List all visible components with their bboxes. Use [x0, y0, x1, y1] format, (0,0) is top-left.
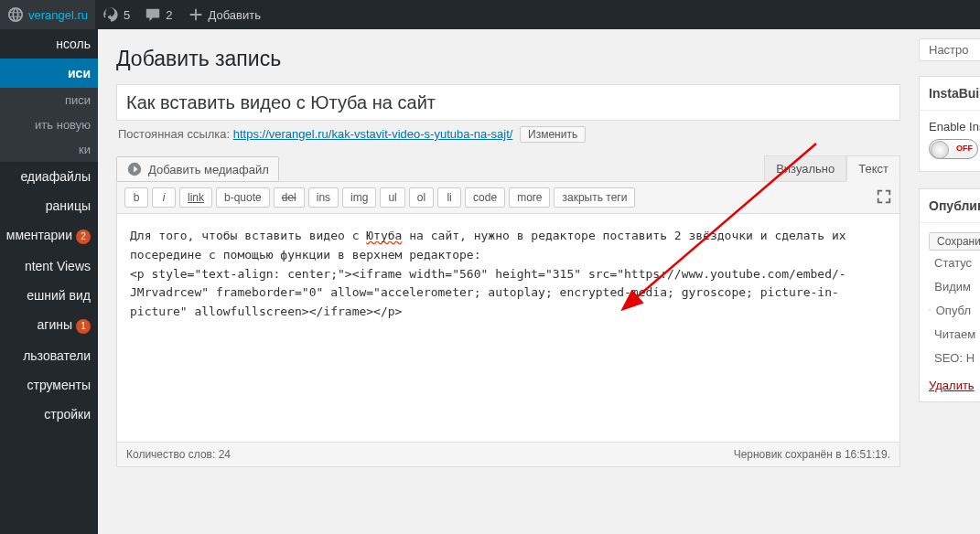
qt-code[interactable]: code	[465, 187, 505, 208]
comment-count: 2	[166, 8, 172, 22]
qt-ins[interactable]: ins	[308, 187, 339, 208]
admin-sidebar: нсольисиписиить новуюкиедиафайлыраницымм…	[0, 29, 98, 534]
word-count-value: 24	[219, 448, 231, 461]
qt-del[interactable]: del	[274, 187, 305, 208]
qt-ol[interactable]: ol	[409, 187, 434, 208]
qt-b[interactable]: b	[124, 187, 148, 208]
site-link[interactable]: verangel.ru	[0, 0, 95, 29]
status-row: Статус	[929, 251, 971, 274]
sidebar-item-add_new[interactable]: ить новую	[0, 112, 98, 137]
add-media-label: Добавить медиафайл	[148, 163, 269, 176]
instabuilder-title: InstaBuild	[920, 77, 980, 111]
site-name: verangel.ru	[28, 8, 88, 22]
sidebar-item-tools[interactable]: струменты	[0, 370, 98, 400]
editor-status-bar: Количество слов: 24 Черновик сохранён в …	[116, 443, 900, 467]
editor-textarea[interactable]: Для того, чтобы вставить видео с Ютуба н…	[116, 214, 900, 443]
instabuilder-enable-label: Enable Ins	[929, 120, 971, 134]
permalink-edit-button[interactable]: Изменить	[520, 126, 586, 143]
badge-count: 2	[76, 230, 91, 244]
sidebar-item-comments[interactable]: мментарии2	[0, 220, 98, 251]
sidebar-item-categories[interactable]: ки	[0, 137, 98, 162]
delete-post-link[interactable]: Удалить	[929, 379, 975, 392]
add-new-label: Добавить	[209, 8, 261, 22]
add-media-button[interactable]: Добавить медиафайл	[116, 156, 279, 182]
updates-link[interactable]: 5	[95, 0, 137, 29]
qt-li[interactable]: li	[437, 187, 461, 208]
comments-link[interactable]: 2	[137, 0, 179, 29]
fullscreen-icon[interactable]	[876, 188, 892, 208]
sidebar-item-pages[interactable]: раницы	[0, 191, 98, 220]
metabox-publish: Опублико Сохранит Статус Видим Опубл Ч	[919, 188, 980, 402]
tab-visual[interactable]: Визуально	[764, 155, 846, 182]
sidebar-item-appearance[interactable]: ешний вид	[0, 281, 98, 310]
qt-b-quote[interactable]: b-quote	[216, 187, 270, 208]
instabuilder-toggle[interactable]: OFF	[929, 139, 978, 159]
qt-img[interactable]: img	[342, 187, 376, 208]
permalink-row: Постоянная ссылка: https://verangel.ru/k…	[116, 124, 900, 155]
schedule-row: Опубл	[929, 298, 971, 322]
sidebar-item-content_views[interactable]: ntent Views	[0, 251, 98, 281]
permalink-url[interactable]: https://verangel.ru/kak-vstavit-video-s-…	[233, 127, 513, 141]
post-title-input[interactable]	[116, 84, 900, 121]
screen-options-button[interactable]: Настро	[919, 38, 980, 61]
publish-title: Опублико	[920, 189, 980, 223]
qt-i[interactable]: i	[152, 187, 176, 208]
metabox-instabuilder: InstaBuild Enable Ins OFF	[919, 76, 980, 172]
admin-toolbar: verangel.ru 5 2 Добавить	[0, 0, 980, 29]
updates-count: 5	[124, 8, 130, 22]
badge-count: 1	[76, 319, 91, 334]
sidebar-item-plugins[interactable]: агины1	[0, 310, 98, 341]
qt-закрыть-теги[interactable]: закрыть теги	[554, 187, 635, 208]
word-count-label: Количество слов:	[126, 448, 215, 461]
qt-link[interactable]: link	[179, 187, 212, 208]
visibility-row: Видим	[929, 274, 971, 298]
seo-row: SEO: Н	[929, 346, 971, 369]
sidebar-item-settings[interactable]: стройки	[0, 400, 98, 429]
sidebar-item-users[interactable]: льзователи	[0, 341, 98, 370]
qt-more[interactable]: more	[509, 187, 550, 208]
autosave-status: Черновик сохранён в 16:51:19.	[734, 448, 890, 461]
tab-text[interactable]: Текст	[846, 155, 900, 182]
quicktags-toolbar: bilinkb-quotedelinsimgulollicodemoreзакр…	[116, 181, 900, 214]
sidebar-item-posts[interactable]: иси	[0, 59, 98, 88]
qt-ul[interactable]: ul	[380, 187, 404, 208]
sidebar-item-console[interactable]: нсоль	[0, 29, 98, 59]
sidebar-right: Настро InstaBuild Enable Ins OFF Опублик…	[919, 29, 980, 534]
readability-row: Читаем	[929, 322, 971, 346]
save-draft-button[interactable]: Сохранит	[929, 232, 980, 251]
main-content: Добавить запись Постоянная ссылка: https…	[98, 29, 919, 534]
sidebar-item-all_posts[interactable]: писи	[0, 88, 98, 112]
add-new-link[interactable]: Добавить	[180, 0, 268, 29]
calendar-icon	[929, 303, 931, 317]
sidebar-item-media[interactable]: едиафайлы	[0, 162, 98, 191]
permalink-label: Постоянная ссылка:	[118, 127, 230, 141]
page-title: Добавить запись	[116, 38, 900, 75]
